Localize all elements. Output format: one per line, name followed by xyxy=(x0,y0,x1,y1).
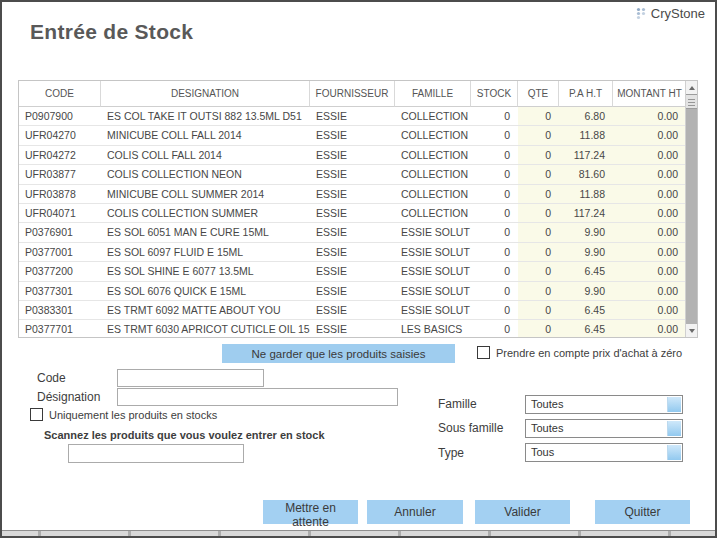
table-cell: ESSIE SOLUT xyxy=(395,282,471,301)
scrollbar-thumb[interactable] xyxy=(686,94,697,109)
table-row[interactable]: UFR03878MINICUBE COLL SUMMER 2014ESSIECO… xyxy=(19,185,686,204)
table-cell: 0.00 xyxy=(613,126,686,145)
table-row[interactable]: P0377301ES SOL 6076 QUICK E 15MLESSIEESS… xyxy=(19,282,686,301)
table-cell: COLIS COLLECTION SUMMER xyxy=(101,204,310,223)
table-cell: P0377701 xyxy=(19,320,101,337)
table-cell: ES TRMT 6030 APRICOT CUTICLE OIL 15ML xyxy=(101,320,310,337)
table-cell: 11.88 xyxy=(559,126,613,145)
table-cell: ESSIE SOLUT xyxy=(395,262,471,281)
table-row[interactable]: P0907900ES COL TAKE IT OUTSI 882 13.5ML … xyxy=(19,107,686,126)
table-cell: 0 xyxy=(518,165,559,184)
table-cell: COLLECTION xyxy=(395,185,471,204)
table-cell: 0.00 xyxy=(613,320,686,337)
scroll-down-button[interactable] xyxy=(686,324,697,337)
table-cell: 6.45 xyxy=(559,301,613,320)
table-cell: ESSIE xyxy=(310,204,395,223)
table-cell: 0 xyxy=(471,223,518,242)
zero-price-checkbox[interactable] xyxy=(477,346,490,359)
table-cell: 117.24 xyxy=(559,146,613,165)
table-cell: 0 xyxy=(518,204,559,223)
table-row[interactable]: UFR03877COLIS COLLECTION NEONESSIECOLLEC… xyxy=(19,165,686,184)
arrow-down-icon xyxy=(689,329,695,333)
table-cell: 0 xyxy=(518,262,559,281)
column-header-montant-ht[interactable]: MONTANT HT xyxy=(613,81,686,107)
dropdown-button-icon[interactable] xyxy=(667,397,681,412)
famille-select[interactable]: Toutes xyxy=(525,395,683,414)
table-cell: P0377301 xyxy=(19,282,101,301)
table-row[interactable]: P0377001ES SOL 6097 FLUID E 15MLESSIEESS… xyxy=(19,243,686,262)
cancel-button[interactable]: Annuler xyxy=(367,500,463,524)
table-cell: P0377001 xyxy=(19,243,101,262)
table-cell: 0 xyxy=(471,301,518,320)
table-row[interactable]: P0383301ES TRMT 6092 MATTE ABOUT YOUESSI… xyxy=(19,301,686,320)
sous-famille-label: Sous famille xyxy=(438,421,503,435)
table-cell: ES SOL 6076 QUICK E 15ML xyxy=(101,282,310,301)
code-input[interactable] xyxy=(117,369,264,387)
table-cell: COLLECTION xyxy=(395,107,471,126)
table-cell: ESSIE xyxy=(310,282,395,301)
stock-entry-window: CryStone Entrée de Stock CODEDESIGNATION… xyxy=(0,0,717,538)
table-cell: 0 xyxy=(518,126,559,145)
table-cell: 9.90 xyxy=(559,243,613,262)
scan-input[interactable] xyxy=(68,444,244,463)
table-cell: 0 xyxy=(471,262,518,281)
scroll-up-button[interactable] xyxy=(686,81,697,94)
column-header-p-a-h-t[interactable]: P.A H.T xyxy=(559,81,613,107)
table-cell: COLIS COLLECTION NEON xyxy=(101,165,310,184)
table-cell: COLIS COLL FALL 2014 xyxy=(101,146,310,165)
table-cell: 117.24 xyxy=(559,204,613,223)
table-cell: ES COL TAKE IT OUTSI 882 13.5ML D51 xyxy=(101,107,310,126)
type-label: Type xyxy=(438,446,464,460)
designation-input[interactable] xyxy=(117,388,398,406)
table-cell: 0 xyxy=(471,185,518,204)
table-cell: P0376901 xyxy=(19,223,101,242)
table-scrollbar[interactable] xyxy=(685,81,697,337)
stock-only-checkbox[interactable] xyxy=(30,408,43,421)
column-header-designation[interactable]: DESIGNATION xyxy=(101,81,310,107)
column-header-qte[interactable]: QTE xyxy=(518,81,559,107)
arrow-up-icon xyxy=(689,86,695,90)
table-row[interactable]: P0377701ES TRMT 6030 APRICOT CUTICLE OIL… xyxy=(19,320,686,337)
type-value: Tous xyxy=(531,444,554,461)
table-cell: P0383301 xyxy=(19,301,101,320)
table-row[interactable]: P0376901ES SOL 6051 MAN E CURE 15MLESSIE… xyxy=(19,223,686,242)
table-cell: 0.00 xyxy=(613,223,686,242)
table-cell: ESSIE xyxy=(310,185,395,204)
designation-label: Désignation xyxy=(37,390,100,404)
brand-name: CryStone xyxy=(651,6,705,21)
table-cell: COLLECTION xyxy=(395,126,471,145)
table-cell: 6.80 xyxy=(559,107,613,126)
column-header-fournisseur[interactable]: FOURNISSEUR xyxy=(310,81,395,107)
table-cell: ESSIE SOLUT xyxy=(395,243,471,262)
table-cell: 0 xyxy=(471,146,518,165)
table-cell: 9.90 xyxy=(559,223,613,242)
quit-button[interactable]: Quitter xyxy=(595,500,690,524)
table-cell: ES TRMT 6092 MATTE ABOUT YOU xyxy=(101,301,310,320)
table-cell: 11.88 xyxy=(559,185,613,204)
table-cell: ESSIE xyxy=(310,146,395,165)
keep-entered-products-button[interactable]: Ne garder que les produits saisies xyxy=(222,344,455,363)
table-cell: ES SOL SHINE E 6077 13.5ML xyxy=(101,262,310,281)
column-header-famille[interactable]: FAMILLE xyxy=(395,81,471,107)
table-cell: 6.45 xyxy=(559,320,613,337)
table-row[interactable]: UFR04270MINICUBE COLL FALL 2014ESSIECOLL… xyxy=(19,126,686,145)
table-cell: COLLECTION xyxy=(395,204,471,223)
sous-famille-select[interactable]: Toutes xyxy=(525,419,683,438)
hold-button[interactable]: Mettre en attente xyxy=(263,500,358,524)
table-cell: 0 xyxy=(471,126,518,145)
table-cell: 0 xyxy=(518,185,559,204)
column-header-stock[interactable]: STOCK xyxy=(471,81,518,107)
table-row[interactable]: UFR04071COLIS COLLECTION SUMMERESSIECOLL… xyxy=(19,204,686,223)
table-cell: 0 xyxy=(471,320,518,337)
type-select[interactable]: Tous xyxy=(525,443,683,462)
table-row[interactable]: UFR04272COLIS COLL FALL 2014ESSIECOLLECT… xyxy=(19,146,686,165)
table-cell: UFR04270 xyxy=(19,126,101,145)
dropdown-button-icon[interactable] xyxy=(667,421,681,436)
validate-button[interactable]: Valider xyxy=(475,500,570,524)
dropdown-button-icon[interactable] xyxy=(667,445,681,460)
column-header-code[interactable]: CODE xyxy=(19,81,101,107)
table-cell: MINICUBE COLL FALL 2014 xyxy=(101,126,310,145)
table-row[interactable]: P0377200ES SOL SHINE E 6077 13.5MLESSIEE… xyxy=(19,262,686,281)
table-cell: 0 xyxy=(471,204,518,223)
table-cell: 0 xyxy=(471,282,518,301)
